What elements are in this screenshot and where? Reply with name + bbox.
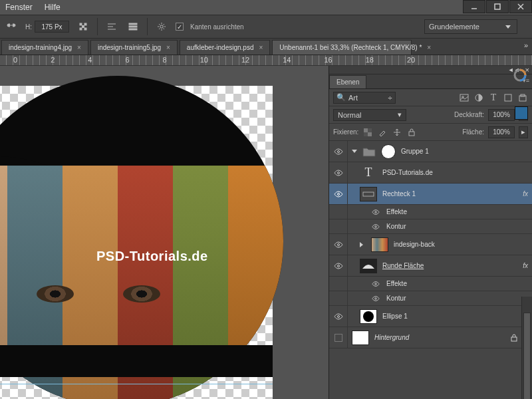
svg-point-34 <box>375 283 377 285</box>
workspace-selector[interactable]: Grundelemente <box>424 19 517 34</box>
svg-rect-14 <box>129 29 137 30</box>
visibility-icon[interactable] <box>372 223 380 230</box>
svg-point-31 <box>375 225 377 227</box>
filter-shape-icon[interactable] <box>503 92 513 103</box>
svg-rect-25 <box>409 132 414 136</box>
disclosure-icon[interactable] <box>360 242 366 247</box>
visibility-icon[interactable] <box>334 263 343 269</box>
artwork-eye <box>123 285 160 303</box>
disclosure-icon[interactable] <box>352 150 357 153</box>
menu-hilfe[interactable]: Hilfe <box>45 3 61 12</box>
blend-mode-select[interactable]: Normal▾ <box>333 109 406 121</box>
layer-image[interactable]: indesign-back <box>329 234 532 255</box>
ruler: 02468101214161820 <box>0 55 532 66</box>
svg-point-15 <box>160 25 163 28</box>
link-icon[interactable] <box>4 19 19 34</box>
height-input[interactable] <box>35 21 69 33</box>
folder-icon <box>362 146 376 157</box>
filter-adjust-icon[interactable] <box>473 92 484 103</box>
align-icon[interactable] <box>104 19 119 34</box>
maximize-button[interactable] <box>486 0 509 13</box>
layer-thumb <box>371 237 388 252</box>
doc-tab[interactable]: indesign-training5.jpg× <box>90 40 178 55</box>
svg-rect-12 <box>129 23 137 25</box>
lock-brush-icon[interactable] <box>377 127 388 138</box>
layer-shape[interactable]: Runde Flächefx <box>329 255 532 277</box>
visibility-icon[interactable] <box>334 170 343 176</box>
color-swatch[interactable] <box>515 106 528 120</box>
svg-rect-29 <box>363 192 374 196</box>
opacity-value[interactable]: 100% <box>488 109 515 121</box>
doc-tab[interactable]: aufkleber-indesign.psd× <box>180 40 270 55</box>
doc-tab-active[interactable]: Unbenannt-1 bei 33,3% (Rechteck 1, CMYK/… <box>272 40 412 55</box>
artwork-rect <box>0 345 273 377</box>
layer-ellipse[interactable]: Ellipse 1 <box>329 306 532 327</box>
svg-rect-23 <box>364 128 368 132</box>
visibility-icon[interactable] <box>334 191 343 198</box>
scrollbar[interactable] <box>521 297 532 399</box>
fill-value[interactable]: 100% <box>488 126 515 138</box>
layer-filter[interactable]: 🔍Art÷ <box>333 92 396 104</box>
visibility-icon[interactable] <box>334 241 343 248</box>
visibility-off-icon[interactable] <box>334 334 342 342</box>
opacity-label: Deckkraft: <box>454 111 484 118</box>
close-icon[interactable]: × <box>427 44 431 51</box>
anchor-icon[interactable] <box>76 19 90 34</box>
close-button[interactable] <box>509 0 532 13</box>
lock-move-icon[interactable] <box>392 127 402 138</box>
artwork-eye <box>37 285 74 303</box>
layer-thumb <box>360 259 377 273</box>
close-icon[interactable]: × <box>77 44 81 51</box>
gear-icon[interactable] <box>154 19 169 34</box>
fill-dd[interactable]: ▸ <box>519 126 528 138</box>
layer-stroke[interactable]: Kontur <box>329 219 532 234</box>
layer-text[interactable]: TPSD-Tutorials.de <box>329 162 532 184</box>
layer-background[interactable]: Hintergrund <box>329 327 532 348</box>
filter-text-icon[interactable]: T <box>488 92 499 103</box>
tab-overflow-icon[interactable]: » <box>524 41 528 49</box>
svg-rect-38 <box>511 337 517 341</box>
layer-effects[interactable]: Effekte <box>329 277 532 291</box>
svg-point-32 <box>337 243 339 245</box>
doc-tab[interactable]: indesign-training4.jpg× <box>1 40 88 55</box>
lock-all-icon[interactable] <box>406 127 417 138</box>
options-bar: H: Kanten ausrichten Grundelemente <box>0 15 532 39</box>
layers-panel: ◄◄× Ebenen ▾≡ 🔍Art÷ T Normal▾ Deckkraft:… <box>329 66 532 399</box>
minimize-button[interactable] <box>463 0 485 13</box>
layer-effects[interactable]: Effekte <box>329 205 532 219</box>
layer-thumb <box>352 331 369 345</box>
distribute-icon[interactable] <box>126 19 140 34</box>
lock-label: Fixieren: <box>333 128 358 136</box>
layer-stroke[interactable]: Kontur <box>329 291 532 306</box>
align-edges-checkbox[interactable] <box>176 23 184 31</box>
lock-pixels-icon[interactable] <box>362 127 373 138</box>
close-icon[interactable]: × <box>259 44 263 51</box>
svg-point-26 <box>337 150 339 152</box>
visibility-icon[interactable] <box>372 295 380 302</box>
menu-fenster[interactable]: Fenster <box>5 3 33 12</box>
guide-line <box>0 384 273 384</box>
color-wheel-icon[interactable] <box>513 68 527 82</box>
panel-tab-layers[interactable]: Ebenen <box>329 75 366 88</box>
svg-point-30 <box>375 211 377 213</box>
document-tabs: indesign-training4.jpg× indesign-trainin… <box>0 39 532 55</box>
text-layer-icon: T <box>360 166 377 180</box>
svg-point-36 <box>337 315 339 317</box>
visibility-icon[interactable] <box>334 148 343 155</box>
close-icon[interactable]: × <box>166 44 170 51</box>
layer-group[interactable]: Gruppe 1 <box>329 141 532 162</box>
fx-badge[interactable]: fx <box>523 190 528 198</box>
fx-badge[interactable]: fx <box>523 262 528 269</box>
canvas[interactable]: PSD-Tutorials.de <box>0 66 329 399</box>
artwork-text: PSD-Tutorials.de <box>96 249 208 264</box>
visibility-icon[interactable] <box>372 209 380 215</box>
mask-thumb <box>381 144 396 159</box>
svg-rect-5 <box>84 23 86 25</box>
filter-image-icon[interactable] <box>459 92 469 103</box>
svg-rect-19 <box>505 94 511 101</box>
filter-smart-icon[interactable] <box>517 92 528 103</box>
svg-rect-7 <box>84 28 86 30</box>
visibility-icon[interactable] <box>334 313 343 320</box>
visibility-icon[interactable] <box>372 281 380 287</box>
layer-rect-selected[interactable]: Rechteck 1fx <box>329 184 532 205</box>
